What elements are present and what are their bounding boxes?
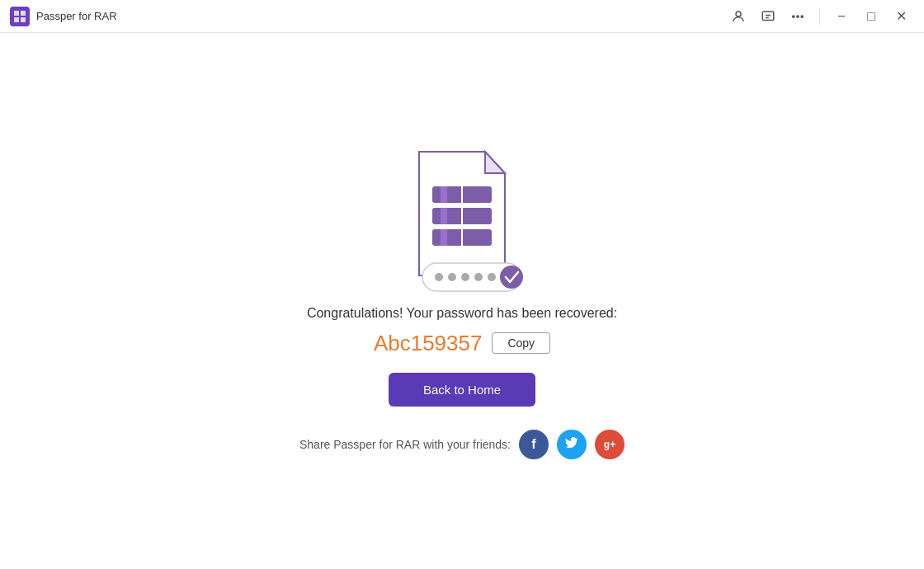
menu-icon-button[interactable] bbox=[785, 3, 811, 30]
titlebar-separator bbox=[819, 8, 820, 25]
svg-point-17 bbox=[435, 273, 443, 281]
copy-button[interactable]: Copy bbox=[492, 332, 550, 354]
congrats-text: Congratulations! Your password has been … bbox=[307, 306, 617, 321]
twitter-icon bbox=[564, 435, 579, 454]
svg-point-7 bbox=[797, 15, 799, 16]
svg-rect-12 bbox=[441, 208, 447, 224]
user-icon-button[interactable] bbox=[725, 3, 752, 30]
recovered-password: Abc159357 bbox=[374, 331, 483, 356]
twitter-share-button[interactable] bbox=[557, 430, 587, 459]
svg-rect-10 bbox=[441, 186, 447, 203]
window-controls: − □ ✕ bbox=[725, 3, 914, 30]
svg-rect-0 bbox=[14, 11, 19, 16]
svg-point-18 bbox=[448, 273, 456, 281]
back-to-home-button[interactable]: Back to Home bbox=[389, 373, 535, 407]
maximize-button[interactable]: □ bbox=[858, 3, 884, 30]
share-text: Share Passper for RAR with your friends: bbox=[299, 438, 511, 451]
close-button[interactable]: ✕ bbox=[888, 3, 914, 30]
svg-point-21 bbox=[488, 273, 496, 281]
svg-point-19 bbox=[461, 273, 469, 281]
svg-point-6 bbox=[793, 15, 794, 16]
minimize-button[interactable]: − bbox=[828, 3, 855, 30]
rar-file-illustration bbox=[396, 143, 528, 296]
app-logo-icon bbox=[10, 7, 30, 26]
svg-point-22 bbox=[500, 266, 523, 289]
share-row: Share Passper for RAR with your friends:… bbox=[299, 430, 625, 459]
svg-point-8 bbox=[801, 15, 803, 16]
facebook-share-button[interactable]: f bbox=[519, 430, 549, 459]
svg-rect-3 bbox=[21, 17, 26, 22]
password-result-row: Abc159357 Copy bbox=[374, 331, 550, 356]
titlebar: Passper for RAR − □ bbox=[0, 0, 924, 33]
svg-rect-14 bbox=[441, 229, 447, 246]
app-title: Passper for RAR bbox=[36, 10, 725, 22]
svg-point-20 bbox=[474, 273, 483, 281]
googleplus-icon: g+ bbox=[604, 439, 615, 450]
facebook-icon: f bbox=[531, 437, 535, 452]
svg-rect-1 bbox=[21, 11, 26, 16]
googleplus-share-button[interactable]: g+ bbox=[595, 430, 625, 459]
main-content: Congratulations! Your password has been … bbox=[0, 33, 924, 569]
chat-icon-button[interactable] bbox=[755, 3, 781, 30]
svg-rect-2 bbox=[14, 17, 19, 22]
svg-point-4 bbox=[736, 12, 741, 16]
